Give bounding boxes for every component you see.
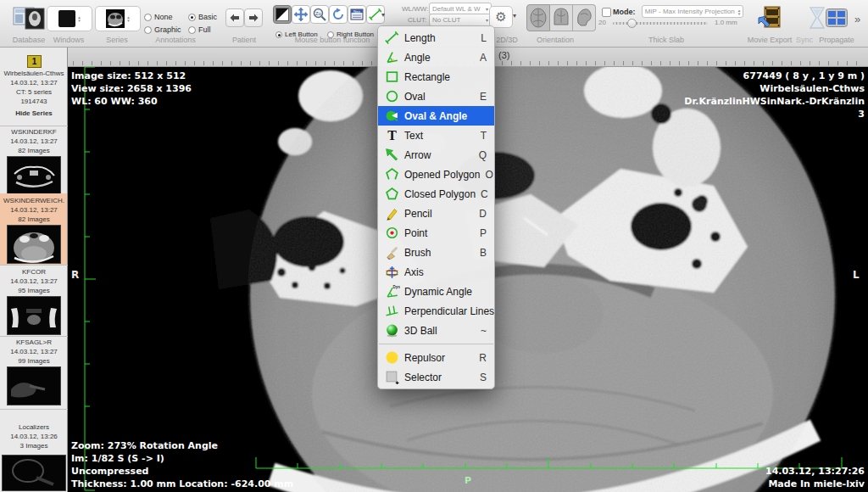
orientation-axial-button[interactable] (526, 4, 550, 31)
menu-item-3d-ball[interactable]: 3D Ball ~ (378, 321, 494, 340)
annotation-full-label: Full (198, 25, 211, 34)
window-title-fragment: (3) (498, 50, 509, 60)
movie-export-button[interactable] (758, 6, 782, 33)
nex-stack-icon: Nex (350, 8, 364, 21)
2d3d-gear-button[interactable]: ⚙ (489, 6, 513, 28)
zoom-tool-button[interactable]: Zo (310, 5, 329, 24)
orientation-buttons (526, 4, 596, 31)
arrow-tool-icon (384, 148, 400, 162)
menu-item-length[interactable]: Length L (378, 28, 494, 48)
stepper-icon: ▴▾ (738, 8, 741, 15)
wlww-tool-button[interactable] (273, 5, 292, 24)
clut-select[interactable]: No CLUT ▾ (429, 14, 492, 26)
series-name[interactable]: WSKINDERKF (0, 128, 68, 136)
menu-item-opened-polygon[interactable]: Opened Polygon O (378, 165, 494, 184)
series-name[interactable]: Localizers (0, 423, 68, 431)
series-dropdown[interactable]: ▴▾ (95, 6, 141, 31)
menu-item-selector[interactable]: Selector S (378, 367, 494, 387)
next-patient-button[interactable] (244, 8, 263, 27)
series-thumbnail[interactable] (7, 296, 61, 335)
series-count: 95 Images (0, 287, 68, 294)
menu-item-label: 3D Ball (404, 325, 437, 337)
menu-item-arrow[interactable]: Arrow Q (378, 145, 494, 165)
arrow-left-icon (230, 14, 240, 22)
rectangle-tool-icon (384, 70, 400, 84)
repulsor-tool-icon (384, 350, 400, 365)
tool-menu-chevron-icon[interactable]: ▾ (381, 11, 385, 19)
series-thumbnail[interactable] (2, 455, 66, 491)
menu-item-label: Brush (404, 247, 431, 259)
sagittal-brain-icon (576, 8, 593, 28)
angle-tool-icon (384, 50, 400, 64)
orientation-coronal-button[interactable] (550, 4, 573, 31)
thickslab-mode-checkbox[interactable] (602, 8, 611, 17)
menu-item-text[interactable]: T Text T (378, 126, 494, 145)
divider (0, 409, 68, 410)
menu-item-label: Arrow (404, 149, 431, 161)
chevron-updown-icon: ▴▾ (78, 15, 81, 22)
annotation-full-radio[interactable]: Full (188, 21, 211, 36)
menu-item-shortcut: L (476, 32, 487, 44)
previous-patient-button[interactable] (225, 8, 244, 27)
2d3d-chevron-icon[interactable]: ▾ (513, 12, 516, 20)
menu-item-label: Rectangle (404, 71, 450, 83)
overlay-bottom-left: Zoom: 273% Rotation Angle Im: 1/82 S (S … (71, 439, 293, 490)
series-thumbnail[interactable] (7, 225, 61, 264)
menu-item-label: Axis (404, 266, 424, 278)
pencil-tool-icon (384, 206, 400, 221)
svg-text:T: T (387, 128, 397, 143)
series-name[interactable]: WSKINDERWEICH. (0, 197, 68, 204)
overlay-line: Im: 1/82 S (S -> I) (71, 452, 293, 465)
toolbar-overflow-button[interactable]: » (854, 13, 860, 25)
hide-series-button[interactable]: Hide Series (0, 109, 68, 117)
menu-item-point[interactable]: Point P (378, 223, 494, 243)
menu-item-dynamic-angle[interactable]: Dyn Dynamic Angle (378, 282, 494, 301)
thickslab-thickness: 1.0 mm (715, 19, 737, 26)
osirix-viewer-window: { "colors": { "annotation_green": "#1be4… (0, 0, 868, 492)
menu-item-angle[interactable]: Angle A (378, 48, 494, 67)
menu-item-shortcut: E (475, 91, 487, 103)
axial-brain-icon (530, 8, 547, 28)
database-icon (12, 6, 46, 31)
series-name[interactable]: KFSAGL>R (0, 338, 68, 346)
annotation-graphic-radio[interactable]: Graphic (144, 21, 181, 36)
perpendicular-lines-tool-icon (384, 304, 400, 318)
series-name[interactable]: KFCOR (0, 268, 68, 276)
menu-item-oval-angle[interactable]: Oval & Angle (378, 106, 494, 126)
dynamic-angle-tool-icon: Dyn (384, 284, 400, 299)
sync-button[interactable] (808, 7, 826, 32)
menu-item-closed-polygon[interactable]: Closed Polygon C (378, 184, 494, 204)
slider-thumb[interactable] (627, 19, 637, 28)
pan-tool-button[interactable] (292, 5, 310, 24)
axis-tool-icon (384, 265, 400, 279)
overlay-line: Thickness: 1.00 mm Location: -624.00 mm (71, 478, 293, 490)
database-button[interactable] (12, 6, 46, 35)
annotation-none-label: None (154, 13, 173, 21)
database-label: Database (13, 36, 46, 44)
series-thumbnail[interactable] (7, 366, 61, 405)
menu-item-shortcut: R (474, 352, 487, 364)
radio-icon (144, 26, 152, 34)
windows-dropdown[interactable]: ▴▾ (47, 6, 92, 31)
menu-item-label: Angle (404, 52, 431, 64)
series-thumbnail[interactable] (7, 156, 61, 195)
rotate-tool-button[interactable] (329, 5, 348, 24)
thickslab-mode-select[interactable]: MIP - Max Intensity Projection ▴▾ (642, 5, 743, 18)
menu-item-rectangle[interactable]: Rectangle (378, 67, 494, 87)
thickslab-slider[interactable] (613, 22, 708, 25)
menu-item-pencil[interactable]: Pencil D (378, 204, 494, 223)
menu-item-brush[interactable]: Brush B (378, 243, 494, 262)
menu-item-oval[interactable]: Oval E (378, 87, 494, 106)
menu-item-shortcut: T (476, 130, 487, 142)
menu-item-repulsor[interactable]: Repulsor R (378, 348, 494, 367)
wlww-icon (275, 8, 289, 21)
radio-icon (144, 14, 152, 21)
orientation-sagittal-button[interactable] (573, 4, 596, 31)
menu-item-axis[interactable]: Axis (378, 262, 494, 282)
propagate-icon (826, 8, 848, 27)
propagate-button[interactable] (826, 8, 848, 31)
menu-item-perpendicular-lines[interactable]: Perpendicular Lines (378, 301, 494, 321)
menu-item-shortcut: C (476, 188, 488, 200)
next-series-tool-button[interactable]: Nex (348, 5, 366, 24)
chevron-down-icon: ▾ (486, 6, 488, 12)
